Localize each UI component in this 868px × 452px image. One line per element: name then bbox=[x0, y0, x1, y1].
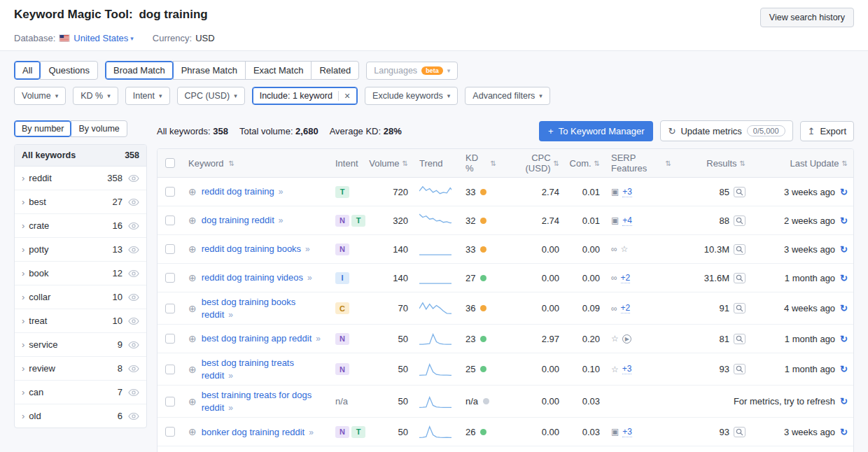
keyword-link[interactable]: reddit dog training books bbox=[202, 243, 301, 254]
filter-exclude-keywords[interactable]: Exclude keywords▾ bbox=[365, 87, 458, 105]
keyword-link[interactable]: best training treats for dogs reddit bbox=[202, 390, 312, 413]
chevron-right-icon[interactable]: › bbox=[22, 316, 24, 326]
keyword-link[interactable]: bonker dog training reddit bbox=[202, 427, 304, 437]
row-checkbox[interactable] bbox=[165, 304, 175, 313]
refresh-icon[interactable]: ↻ bbox=[840, 364, 848, 374]
column-header-cpc-usd[interactable]: CPC (USD)⇅ bbox=[502, 149, 565, 177]
row-checkbox[interactable] bbox=[165, 244, 175, 254]
sidebar-keyword-row[interactable]: ›book12 bbox=[15, 262, 146, 285]
add-keyword-icon[interactable]: ⊕ bbox=[188, 397, 197, 407]
serp-more-link[interactable]: +3 bbox=[622, 427, 632, 437]
sidebar-keyword-row[interactable]: ›potty13 bbox=[15, 238, 146, 262]
sidebar-sort-by-number[interactable]: By number bbox=[14, 120, 71, 137]
refresh-icon[interactable]: ↻ bbox=[840, 427, 848, 437]
sort-icon[interactable]: ⇅ bbox=[666, 160, 671, 167]
open-keyword-icon[interactable]: » bbox=[228, 371, 233, 381]
serp-more-link[interactable]: +2 bbox=[621, 273, 631, 283]
sort-icon[interactable]: ⇅ bbox=[491, 160, 496, 167]
remove-filter-icon[interactable]: × bbox=[338, 91, 350, 101]
refresh-icon[interactable]: ↻ bbox=[840, 187, 848, 197]
serp-preview-icon[interactable] bbox=[734, 273, 746, 283]
serp-preview-icon[interactable] bbox=[734, 364, 746, 374]
chevron-right-icon[interactable]: › bbox=[22, 387, 24, 397]
serp-more-link[interactable]: +3 bbox=[622, 187, 632, 197]
chevron-right-icon[interactable]: › bbox=[22, 173, 24, 183]
row-checkbox[interactable] bbox=[165, 187, 175, 197]
row-checkbox[interactable] bbox=[165, 427, 175, 437]
sidebar-sort-by-volume[interactable]: By volume bbox=[71, 120, 127, 137]
add-keyword-icon[interactable]: ⊕ bbox=[188, 334, 197, 344]
eye-icon[interactable] bbox=[128, 365, 139, 373]
eye-icon[interactable] bbox=[128, 174, 139, 183]
select-all-checkbox[interactable] bbox=[165, 158, 175, 168]
open-keyword-icon[interactable]: » bbox=[228, 310, 233, 320]
column-header-volume[interactable]: Volume⇅ bbox=[365, 149, 414, 177]
serp-more-link[interactable]: +4 bbox=[622, 216, 632, 226]
add-keyword-icon[interactable]: ⊕ bbox=[188, 273, 197, 283]
filter-advanced-filters[interactable]: Advanced filters▾ bbox=[465, 87, 550, 105]
column-header-last-update[interactable]: Last Update⇅ bbox=[751, 149, 853, 177]
row-checkbox[interactable] bbox=[165, 397, 175, 407]
languages-dropdown[interactable]: Languages beta ▾ bbox=[366, 62, 458, 80]
filter-intent[interactable]: Intent▾ bbox=[125, 87, 170, 105]
update-metrics-button[interactable]: ↻ Update metrics 0/5,000 bbox=[660, 120, 792, 141]
open-keyword-icon[interactable]: » bbox=[305, 244, 310, 254]
sidebar-keyword-row[interactable]: ›old6 bbox=[15, 404, 146, 428]
match-tab-exact-match[interactable]: Exact Match bbox=[245, 61, 312, 80]
row-checkbox[interactable] bbox=[165, 273, 175, 283]
open-keyword-icon[interactable]: » bbox=[279, 187, 284, 197]
open-keyword-icon[interactable]: » bbox=[228, 403, 233, 413]
keyword-link[interactable]: reddit dog training videos bbox=[202, 272, 303, 283]
sidebar-keyword-row[interactable]: ›collar10 bbox=[15, 285, 146, 309]
column-header-com[interactable]: Com.⇅ bbox=[565, 149, 606, 177]
refresh-icon[interactable]: ↻ bbox=[840, 273, 848, 283]
sidebar-keyword-row[interactable]: ›best27 bbox=[15, 190, 146, 214]
sidebar-keyword-row[interactable]: ›treat10 bbox=[15, 309, 146, 333]
keyword-link[interactable]: best dog training app reddit bbox=[202, 333, 312, 344]
eye-icon[interactable] bbox=[128, 269, 139, 278]
keyword-link[interactable]: best dog training books reddit bbox=[202, 297, 295, 320]
serp-more-link[interactable]: +3 bbox=[622, 364, 632, 374]
chevron-right-icon[interactable]: › bbox=[22, 339, 24, 350]
eye-icon[interactable] bbox=[128, 412, 139, 421]
match-tab-related[interactable]: Related bbox=[311, 61, 359, 80]
sort-icon[interactable]: ⇅ bbox=[554, 160, 559, 167]
filter-volume[interactable]: Volume▾ bbox=[14, 87, 66, 105]
refresh-icon[interactable]: ↻ bbox=[840, 334, 848, 344]
keyword-link[interactable]: dog training reddit bbox=[202, 215, 274, 225]
sort-icon[interactable]: ⇅ bbox=[402, 160, 408, 167]
sort-icon[interactable]: ⇅ bbox=[842, 160, 848, 167]
row-checkbox[interactable] bbox=[165, 365, 175, 374]
row-checkbox[interactable] bbox=[165, 216, 175, 225]
eye-icon[interactable] bbox=[128, 246, 139, 254]
sort-icon[interactable]: ⇅ bbox=[594, 160, 600, 167]
chevron-right-icon[interactable]: › bbox=[22, 292, 24, 302]
all-keywords-header[interactable]: All keywords 358 bbox=[15, 145, 146, 167]
filter-kd[interactable]: KD %▾ bbox=[73, 87, 118, 105]
column-header-results[interactable]: Results⇅ bbox=[677, 149, 751, 177]
serp-preview-icon[interactable] bbox=[734, 244, 746, 255]
open-keyword-icon[interactable]: » bbox=[309, 428, 314, 437]
add-keyword-icon[interactable]: ⊕ bbox=[188, 216, 197, 225]
serp-preview-icon[interactable] bbox=[734, 303, 746, 313]
add-keyword-icon[interactable]: ⊕ bbox=[188, 187, 197, 197]
sidebar-keyword-row[interactable]: ›service9 bbox=[15, 333, 146, 357]
serp-more-link[interactable]: +2 bbox=[621, 303, 631, 313]
refresh-icon[interactable]: ↻ bbox=[840, 244, 848, 255]
export-button[interactable]: ↥ Export bbox=[800, 121, 854, 141]
chevron-right-icon[interactable]: › bbox=[22, 220, 24, 231]
sidebar-keyword-row[interactable]: ›crate16 bbox=[15, 214, 146, 238]
column-header-serp-features[interactable]: SERP Features⇅ bbox=[606, 149, 677, 177]
open-keyword-icon[interactable]: » bbox=[307, 273, 312, 283]
add-keyword-icon[interactable]: ⊕ bbox=[188, 304, 197, 313]
column-header-kd[interactable]: KD %⇅ bbox=[457, 149, 502, 177]
eye-icon[interactable] bbox=[128, 388, 139, 397]
eye-icon[interactable] bbox=[128, 341, 139, 349]
eye-icon[interactable] bbox=[128, 317, 139, 325]
row-checkbox[interactable] bbox=[165, 334, 175, 344]
chevron-right-icon[interactable]: › bbox=[22, 244, 24, 255]
match-tab-all[interactable]: All bbox=[14, 61, 41, 80]
keyword-link[interactable]: best dog training treats reddit bbox=[202, 358, 294, 381]
refresh-icon[interactable]: ↻ bbox=[840, 303, 848, 313]
eye-icon[interactable] bbox=[128, 198, 139, 206]
